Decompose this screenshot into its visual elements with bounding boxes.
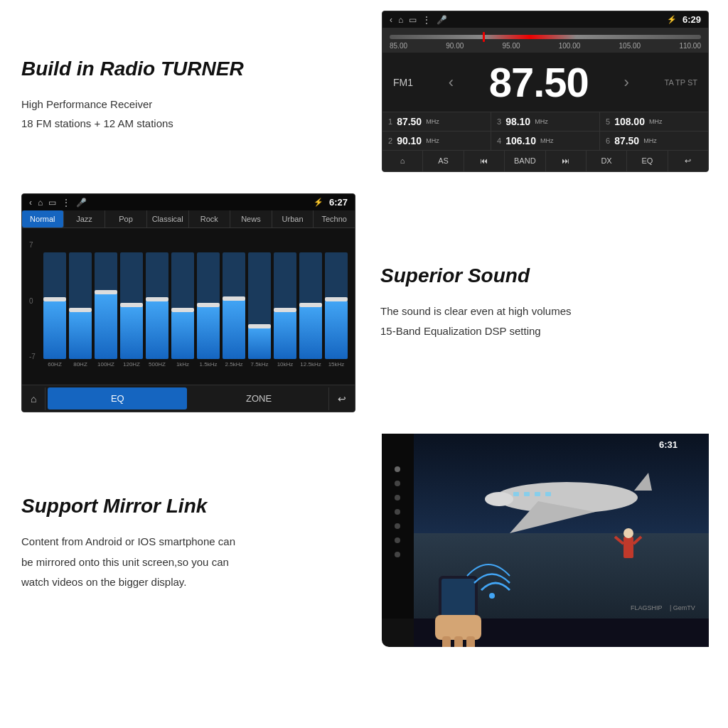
window2 <box>524 492 530 496</box>
preset-2[interactable]: 2 90.10 MHz <box>382 132 491 150</box>
eq-band-10khz: 10kHz <box>274 247 296 368</box>
sidebar-dot-3 <box>395 495 400 500</box>
eq-thumb-1khz[interactable] <box>171 308 194 312</box>
eq-label-12-5khz: 12.5kHz <box>300 361 321 368</box>
eq-thumb-80hz[interactable] <box>69 308 92 312</box>
mirror-image-container: 6:31 FLAGSHIP <box>366 423 728 658</box>
sidebar-dot-4 <box>395 509 400 515</box>
eq-thumb-12-5khz[interactable] <box>299 303 322 307</box>
radio-time: 6:29 <box>682 14 701 25</box>
sound-title: Superior Sound <box>380 264 707 287</box>
eq-preset-jazz[interactable]: Jazz <box>64 210 106 228</box>
eq-preset-classical[interactable]: Classical <box>147 210 189 228</box>
eq-band-80hz: 80HZ <box>69 247 92 368</box>
eq-preset-normal[interactable]: Normal <box>22 210 64 228</box>
airplane-nose <box>485 492 513 506</box>
mirror-title: Support Mirror Link <box>21 495 352 518</box>
preset-6[interactable]: 6 87.50 MHz <box>600 132 708 150</box>
back-icon[interactable]: ‹ <box>390 15 392 25</box>
radio-eq-button[interactable]: EQ <box>627 151 668 171</box>
eq-fill-1-5khz <box>197 306 220 359</box>
eq-fill-15khz <box>325 301 348 360</box>
eq-track-1-5khz[interactable] <box>197 252 220 359</box>
eq-thumb-500hz[interactable] <box>146 297 168 301</box>
eq-label-15khz: 15kHz <box>328 361 345 368</box>
eq-track-100hz[interactable] <box>95 252 117 359</box>
radio-dx-button[interactable]: DX <box>587 151 627 171</box>
eq-track-10khz[interactable] <box>274 252 296 359</box>
radio-prev-button[interactable]: ⏮ <box>464 151 505 171</box>
eq-eq-button[interactable]: EQ <box>48 387 187 410</box>
radio-band: FM1 <box>393 77 413 88</box>
eq-track-60hz[interactable] <box>43 252 66 359</box>
radio-next-button[interactable]: ⏭ <box>546 151 587 171</box>
freq-label-100: 100.00 <box>559 42 581 50</box>
eq-band-60hz: 60HZ <box>43 247 66 368</box>
finger3 <box>466 636 475 647</box>
preset-3[interactable]: 3 98.10 MHz <box>491 112 599 131</box>
eq-label-60hz: 60HZ <box>48 361 62 368</box>
sound-text-section: Superior Sound The sound is clear even a… <box>366 183 728 423</box>
eq-band-100hz: 100HZ <box>95 247 117 368</box>
eq-thumb-100hz[interactable] <box>95 290 117 294</box>
preset-1[interactable]: 1 87.50 MHz <box>382 112 491 131</box>
eq-fill-120hz <box>120 306 143 359</box>
eq-controls: ⌂ EQ ZONE ↩ <box>22 385 355 412</box>
radio-back-button[interactable]: ↩ <box>668 151 708 171</box>
eq-bands: 60HZ 80HZ 100HZ <box>43 234 348 382</box>
eq-thumb-10khz[interactable] <box>274 308 296 312</box>
eq-fill-1khz <box>171 311 194 360</box>
eq-thumb-1-5khz[interactable] <box>197 303 220 307</box>
eq-fill-10khz <box>274 311 296 360</box>
eq-track-500hz[interactable] <box>146 252 168 359</box>
eq-menu-icon[interactable]: ⋮ <box>62 198 70 208</box>
eq-track-1khz[interactable] <box>171 252 194 359</box>
home-icon[interactable]: ⌂ <box>398 15 403 25</box>
eq-thumb-60hz[interactable] <box>43 297 66 301</box>
eq-label-1-5khz: 1.5kHz <box>200 361 218 368</box>
eq-track-15khz[interactable] <box>325 252 348 359</box>
window-icon[interactable]: ▭ <box>409 15 417 25</box>
eq-thumb-2-5khz[interactable] <box>223 296 245 301</box>
preset-4[interactable]: 4 106.10 MHz <box>491 132 599 150</box>
radio-feature2: 18 FM stations + 12 AM stations <box>21 114 352 133</box>
eq-back-button[interactable]: ↩ <box>328 387 355 410</box>
eq-label-1khz: 1kHz <box>176 361 189 368</box>
eq-fill-100hz <box>95 293 117 359</box>
eq-track-80hz[interactable] <box>69 252 92 359</box>
eq-label-500hz: 500HZ <box>149 361 166 368</box>
eq-preset-techno[interactable]: Techno <box>314 210 355 228</box>
eq-track-120hz[interactable] <box>120 252 143 359</box>
eq-scale: 7 0 -7 <box>29 234 43 382</box>
freq-next-button[interactable]: › <box>624 73 629 92</box>
eq-window-icon[interactable]: ▭ <box>48 198 56 208</box>
eq-preset-news[interactable]: News <box>230 210 272 228</box>
eq-time: 6:27 <box>329 197 348 208</box>
person-head <box>623 528 633 538</box>
freq-prev-button[interactable]: ‹ <box>449 73 454 92</box>
eq-track-7-5khz[interactable] <box>248 252 271 359</box>
eq-preset-urban[interactable]: Urban <box>272 210 314 228</box>
mic-icon[interactable]: 🎤 <box>437 15 447 25</box>
eq-thumb-120hz[interactable] <box>120 303 143 307</box>
brand-text-flagship: FLAGSHIP <box>631 604 663 611</box>
eq-home-button[interactable]: ⌂ <box>22 387 46 410</box>
eq-thumb-15khz[interactable] <box>325 297 348 301</box>
radio-as-button[interactable]: AS <box>423 151 464 171</box>
eq-track-2-5khz[interactable] <box>223 252 245 359</box>
preset-5[interactable]: 5 108.00 MHz <box>600 112 708 131</box>
eq-mic-icon[interactable]: 🎤 <box>76 198 87 208</box>
eq-preset-pop[interactable]: Pop <box>105 210 147 228</box>
eq-band-500hz: 500HZ <box>146 247 168 368</box>
menu-icon[interactable]: ⋮ <box>422 15 431 25</box>
freq-label-95: 95.00 <box>503 42 520 50</box>
eq-thumb-7-5khz[interactable] <box>248 324 271 328</box>
eq-home-icon[interactable]: ⌂ <box>38 198 43 208</box>
radio-home-button[interactable]: ⌂ <box>382 151 423 171</box>
eq-track-12-5khz[interactable] <box>299 252 322 359</box>
eq-back-icon[interactable]: ‹ <box>29 198 32 208</box>
eq-preset-rock[interactable]: Rock <box>189 210 231 228</box>
radio-band-button[interactable]: BAND <box>505 151 545 171</box>
mirror-desc-line2: be mirrored onto this unit screen,so you… <box>21 552 352 573</box>
eq-zone-button[interactable]: ZONE <box>189 387 328 410</box>
